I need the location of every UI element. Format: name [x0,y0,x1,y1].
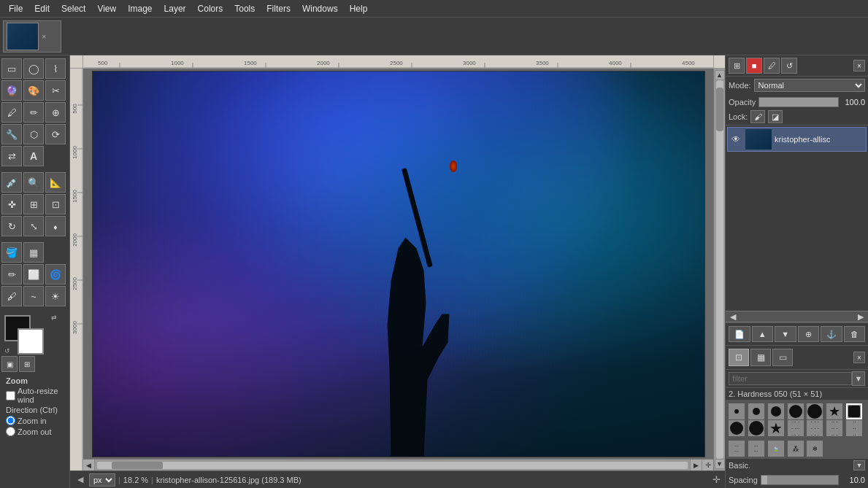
tool-zoom[interactable]: 🔍 [23,172,44,193]
tool-fuzzy-select[interactable]: 🔮 [1,80,22,101]
brush-cell-14[interactable]: ···· ·· [846,420,862,436]
layers-icon3[interactable]: 🖊 [764,58,780,74]
brush-filter-input[interactable] [729,372,852,385]
layer-visibility-toggle[interactable]: 👁 [729,133,742,146]
tool-bucket-fill[interactable]: 🪣 [1,242,22,263]
patterns-tab[interactable]: ▦ [750,349,771,366]
h-scrollbar-thumb[interactable] [112,462,163,469]
tool-flip[interactable]: ⇄ [1,146,22,166]
main-canvas[interactable] [92,71,705,457]
tool-rect-select[interactable]: ▭ [1,58,22,79]
status-left-arrow[interactable]: ◀ [74,475,86,484]
tool-blend[interactable]: ▦ [23,242,44,263]
layers-icon2[interactable]: ■ [746,58,762,74]
mode-select[interactable]: Normal [754,79,865,92]
tool-align[interactable]: ⊞ [23,194,44,214]
zoom-out-radio[interactable]: Zoom out [6,427,64,436]
brush-cell-17[interactable]: 🍃 [768,441,784,457]
brush-cell-16[interactable]: ······ [748,441,764,457]
menu-layer[interactable]: Layer [158,2,192,15]
layer-item[interactable]: 👁 kristopher-allisc [727,127,867,152]
image-tab-close[interactable]: × [42,32,46,41]
brush-cell-12[interactable]: · · ·· · ·· · · [807,420,823,436]
menu-windows[interactable]: Windows [296,2,344,15]
unit-select[interactable]: px [89,473,115,487]
tool-smudge[interactable]: ~ [23,286,44,306]
lock-alpha-btn[interactable]: ◪ [768,110,783,123]
layer-delete-btn[interactable]: 🗑 [844,326,866,342]
brush-cell-11[interactable]: ··· ·· ··· ··· · [788,420,804,436]
gradients-tab[interactable]: ▭ [772,349,793,366]
brush-panel-expand[interactable]: × [853,352,865,363]
v-scroll-up[interactable]: ▲ [715,70,725,80]
tool-paths[interactable]: 🖊 [1,102,22,123]
brush-cell-2[interactable] [748,403,764,419]
brush-cell-13[interactable]: ·· ··· ··· · [826,420,842,436]
tool-scale[interactable]: ⤡ [23,216,44,236]
tool-extra2[interactable]: ⊞ [19,356,35,372]
tool-free-select[interactable]: ⌇ [45,58,66,79]
brush-cell-6[interactable]: ★ [826,403,842,419]
h-scroll-left[interactable]: ◀ [83,460,95,471]
tool-pencil[interactable]: ✏ [1,264,22,284]
zoom-autoresize-checkbox[interactable] [6,391,15,400]
tool-move[interactable]: ✜ [1,194,22,214]
layers-icon4[interactable]: ↺ [781,58,797,74]
menu-tools[interactable]: Tools [228,2,261,15]
lock-pixels-btn[interactable]: 🖌 [750,110,765,123]
background-color[interactable] [18,328,44,355]
tool-scissors[interactable]: ✂ [45,80,66,101]
tool-ink[interactable]: 🖋 [1,286,22,306]
brush-category-expand[interactable]: ▼ [853,460,865,470]
menu-file[interactable]: File [3,2,28,15]
tool-rotate[interactable]: ↻ [1,216,22,236]
layers-scroll-left[interactable]: ◀ [729,312,737,322]
tool-measure[interactable]: 📐 [45,172,66,193]
menu-select[interactable]: Select [55,2,91,15]
tool-ellipse-select[interactable]: ◯ [23,58,44,79]
brush-cell-18[interactable]: ⁂ [788,441,804,457]
tool-by-color[interactable]: 🎨 [23,80,44,101]
menu-colors[interactable]: Colors [192,2,229,15]
tool-paintbrush[interactable]: ✏ [23,102,44,123]
tool-transform[interactable]: ⟳ [45,124,66,144]
brush-cell-10[interactable]: ★ [768,420,784,436]
layer-raise-btn[interactable]: ▲ [752,326,774,342]
tool-crop[interactable]: ⊡ [45,194,66,214]
brush-cell-15[interactable]: ∙∙∙∙∙∙ [729,441,745,457]
tool-clone[interactable]: ⊕ [45,102,66,123]
tool-colorpicker[interactable]: 💉 [1,172,22,193]
v-scroll-down[interactable]: ▼ [715,459,725,469]
panel-close-btn[interactable]: × [853,60,865,71]
brush-cell-4[interactable] [788,403,804,419]
layers-scroll-right[interactable]: ▶ [856,312,865,322]
canvas-container[interactable] [83,69,713,459]
brush-cell-9[interactable] [748,420,764,436]
brush-filter-dropdown[interactable]: ▼ [852,371,865,386]
zoom-out-radio-input[interactable] [6,427,15,436]
tool-quick-mask[interactable]: ▣ [1,356,18,372]
layer-duplicate-btn[interactable]: ⊕ [798,326,820,342]
nav-cross-icon[interactable]: ✛ [713,474,721,485]
tool-dodge[interactable]: ☀ [45,286,66,306]
tool-shear[interactable]: ⬧ [45,216,66,236]
brush-cell-1[interactable] [729,403,745,419]
menu-edit[interactable]: Edit [28,2,55,15]
brush-cell-8[interactable] [729,420,745,436]
menu-help[interactable]: Help [344,2,374,15]
v-scrollbar-thumb[interactable] [716,88,723,131]
layers-icon1[interactable]: ⊞ [729,58,745,74]
zoom-autoresize[interactable]: Auto-resize wind [6,387,64,404]
spacing-track[interactable] [761,475,839,485]
brushes-tab[interactable]: ⊡ [729,349,749,366]
tool-airbrush[interactable]: 🌀 [45,264,66,284]
brush-cell-5[interactable] [807,403,823,419]
reset-colors[interactable]: ↺ [4,347,10,355]
brush-cell-7[interactable] [846,403,862,419]
menu-view[interactable]: View [91,2,122,15]
image-tab[interactable]: × [3,20,61,53]
scroll-corner-icon[interactable]: ✛ [702,460,713,471]
layer-lower-btn[interactable]: ▼ [775,326,796,342]
h-scroll-right[interactable]: ▶ [690,460,702,471]
menu-image[interactable]: Image [122,2,158,15]
